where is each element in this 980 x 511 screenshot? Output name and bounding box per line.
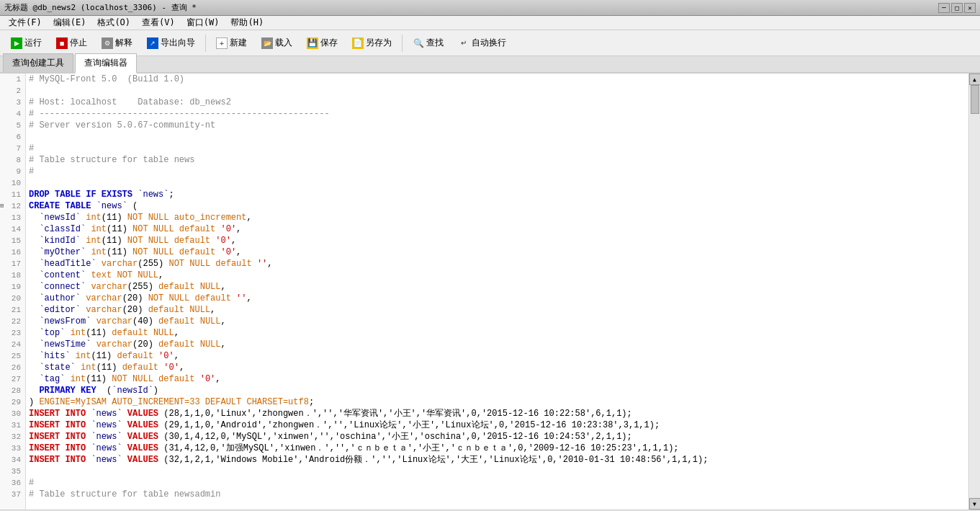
code-line (29, 177, 966, 189)
new-icon: + (216, 37, 228, 49)
explain-button[interactable]: ⚙ 解释 (95, 33, 139, 53)
code-line: `author` varchar(20) NOT NULL default ''… (29, 293, 966, 304)
menu-edit[interactable]: 编辑(E) (48, 15, 92, 30)
minimize-button[interactable]: ─ (938, 3, 950, 13)
close-button[interactable]: ✕ (964, 3, 976, 13)
line-number: 25 (0, 350, 25, 362)
save-button[interactable]: 💾 保存 (300, 33, 344, 53)
stop-button[interactable]: ■ 停止 (50, 33, 94, 53)
line-number: 5 (0, 120, 25, 131)
code-line: `kindId` int(11) NOT NULL default '0', (29, 235, 966, 246)
line-number: 1 (0, 74, 25, 85)
title-bar: 无标题 @db_news2 (localhost_3306) - 查询 * ─ … (0, 0, 980, 16)
saveas-button[interactable]: 📄 另存为 (346, 33, 398, 53)
wrap-button[interactable]: ↵ 自动换行 (451, 33, 513, 53)
line-number: 19 (0, 281, 25, 293)
code-line: `headTitle` varchar(255) NOT NULL defaul… (29, 258, 966, 270)
find-button[interactable]: 🔍 查找 (406, 33, 450, 53)
new-button[interactable]: + 新建 (210, 33, 253, 53)
maximize-button[interactable]: □ (951, 3, 963, 13)
code-line: `editor` varchar(20) default NULL, (29, 304, 966, 316)
line-number: 9 (0, 166, 25, 177)
code-line (29, 466, 966, 477)
code-line: `top` int(11) default NULL, (29, 327, 966, 339)
new-label: 新建 (230, 37, 247, 49)
line-number: 2 (0, 85, 25, 97)
toolbar: ▶ 运行 ■ 停止 ⚙ 解释 ↗ 导出向导 + 新建 📂 载入 💾 保存 📄 另… (0, 30, 980, 56)
menu-view[interactable]: 查看(V) (136, 15, 181, 30)
run-label: 运行 (24, 37, 42, 49)
line-numbers: 1234567891011121314151617181920212223242… (0, 74, 26, 510)
code-line: PRIMARY KEY (`newsId`) (29, 385, 966, 396)
code-line: `classId` int(11) NOT NULL default '0', (29, 223, 966, 235)
line-number: 20 (0, 293, 25, 304)
menu-help[interactable]: 帮助(H) (225, 15, 269, 30)
scroll-down-button[interactable]: ▼ (969, 498, 981, 510)
code-line (29, 85, 966, 97)
export-label: 导出向导 (161, 37, 195, 49)
code-line: # --------------------------------------… (29, 108, 966, 120)
code-line: `newsFrom` varchar(40) default NULL, (29, 316, 966, 327)
explain-icon: ⚙ (102, 37, 113, 49)
menu-bar: 文件(F) 编辑(E) 格式(O) 查看(V) 窗口(W) 帮助(H) (0, 16, 980, 30)
line-number: 36 (0, 477, 25, 489)
scroll-track (970, 85, 980, 498)
saveas-icon: 📄 (352, 37, 364, 49)
scrollbar[interactable]: ▲ ▼ (968, 74, 980, 510)
code-area[interactable]: # MySQL-Front 5.0 (Build 1.0) # Host: lo… (26, 74, 968, 510)
line-number: 23 (0, 327, 25, 339)
line-number: 22 (0, 316, 25, 327)
code-line: `hits` int(11) default '0', (29, 350, 966, 362)
code-line: CREATE TABLE `news` ( (29, 200, 966, 212)
toolbar-separator-1 (205, 35, 206, 52)
window-title: 无标题 @db_news2 (localhost_3306) - 查询 * (4, 2, 197, 13)
line-number: 35 (0, 466, 25, 477)
line-number: 31 (0, 419, 25, 431)
line-number: 6 (0, 131, 25, 143)
line-number: 32 (0, 431, 25, 443)
line-number: 17 (0, 258, 25, 270)
code-line: `myOther` int(11) NOT NULL default '0', (29, 246, 966, 258)
stop-icon: ■ (56, 37, 68, 49)
code-line: `tag` int(11) NOT NULL default '0', (29, 373, 966, 385)
code-line: ) ENGINE=MyISAM AUTO_INCREMENT=33 DEFAUL… (29, 396, 966, 408)
code-line: INSERT INTO `news` VALUES (29,1,1,0,'And… (29, 419, 966, 431)
line-number: 12 (0, 200, 25, 212)
code-line: `connect` varchar(255) default NULL, (29, 281, 966, 293)
line-number: 15 (0, 235, 25, 246)
line-number: 7 (0, 143, 25, 154)
code-line: # Table structure for table news (29, 154, 966, 166)
code-line: INSERT INTO `news` VALUES (30,1,4,12,0,'… (29, 431, 966, 443)
run-button[interactable]: ▶ 运行 (4, 33, 48, 53)
tab-query-editor[interactable]: 查询编辑器 (75, 53, 137, 74)
line-number: 33 (0, 443, 25, 454)
line-number: 37 (0, 489, 25, 500)
line-number: 34 (0, 454, 25, 466)
code-line: `newsId` int(11) NOT NULL auto_increment… (29, 212, 966, 223)
code-line: `content` text NOT NULL, (29, 270, 966, 281)
code-line: # MySQL-Front 5.0 (Build 1.0) (29, 74, 966, 85)
tab-query-builder[interactable]: 查询创建工具 (3, 53, 73, 72)
code-line: INSERT INTO `news` VALUES (32,1,2,1,'Win… (29, 454, 966, 466)
wrap-label: 自动换行 (472, 37, 506, 49)
load-button[interactable]: 📂 载入 (255, 33, 299, 53)
code-line (29, 131, 966, 143)
line-number: 4 (0, 108, 25, 120)
code-line: # (29, 143, 966, 154)
save-icon: 💾 (307, 37, 318, 49)
line-number: 28 (0, 385, 25, 396)
line-number: 8 (0, 154, 25, 166)
find-label: 查找 (426, 37, 444, 49)
save-label: 保存 (320, 37, 338, 49)
line-number: 29 (0, 396, 25, 408)
scroll-thumb[interactable] (971, 85, 979, 114)
code-line: DROP TABLE IF EXISTS `news`; (29, 189, 966, 200)
menu-format[interactable]: 格式(O) (91, 15, 136, 30)
export-button[interactable]: ↗ 导出向导 (140, 33, 202, 53)
toolbar-separator-2 (402, 35, 403, 52)
menu-window[interactable]: 窗口(W) (181, 15, 225, 30)
menu-file[interactable]: 文件(F) (3, 15, 48, 30)
load-label: 载入 (275, 37, 292, 49)
code-line: # Host: localhost Database: db_news2 (29, 97, 966, 108)
scroll-up-button[interactable]: ▲ (969, 74, 981, 85)
